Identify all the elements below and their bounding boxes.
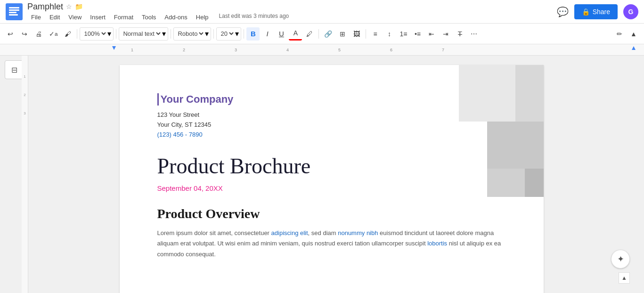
style-chevron: ▾: [162, 29, 166, 38]
more-button[interactable]: ⋯: [467, 27, 481, 41]
highlight-3: lobortis: [427, 240, 447, 247]
shape-2: [515, 65, 544, 122]
underline-button[interactable]: U: [275, 27, 288, 41]
highlight-button[interactable]: 🖊: [303, 27, 316, 41]
divider-5: [244, 29, 244, 39]
highlight-2: nonummy nibh: [338, 229, 378, 236]
svg-rect-4: [9, 14, 18, 16]
left-sidebar: ⊟ 1 2 3: [0, 56, 28, 293]
text-color-button[interactable]: A: [289, 27, 302, 41]
body-text[interactable]: Lorem ipsum dolor sit amet, consectetuer…: [157, 228, 506, 259]
scroll-top-button[interactable]: ▲: [619, 272, 630, 284]
shape-1: [459, 65, 515, 122]
app-icon: [6, 3, 23, 20]
divider-7: [366, 29, 366, 39]
menu-tools[interactable]: Tools: [138, 13, 160, 22]
share-label: Share: [593, 8, 610, 16]
svg-rect-3: [9, 12, 16, 13]
align-button[interactable]: ≡: [368, 27, 382, 41]
size-selector[interactable]: 20 ▾: [216, 27, 241, 41]
menu-format[interactable]: Format: [110, 13, 137, 22]
chat-icon[interactable]: 💬: [557, 6, 569, 17]
ruler: 1 2 3 4 5 6 7: [0, 44, 644, 56]
bullet-list-button[interactable]: •≡: [411, 27, 424, 41]
share-button[interactable]: 🔒 Share: [574, 4, 618, 19]
size-select[interactable]: 20: [219, 30, 235, 38]
doc-title-area: Pamphlet ☆ 📁 File Edit View Insert Forma…: [27, 2, 557, 22]
ruler-mark-5: 5: [338, 48, 341, 52]
shape-4: [487, 169, 525, 197]
menu-edit[interactable]: Edit: [46, 13, 64, 22]
style-selector[interactable]: Normal text ▾: [119, 27, 168, 41]
divider-2: [116, 29, 116, 39]
ruler-mark-1: 1: [131, 48, 133, 52]
clear-formatting-button[interactable]: T̶: [453, 27, 466, 41]
divider-3: [171, 29, 171, 39]
paint-format-button[interactable]: 🖌: [61, 27, 74, 41]
divider-4: [213, 29, 214, 39]
style-select[interactable]: Normal text: [121, 30, 162, 38]
share-lock-icon: 🔒: [582, 8, 590, 16]
divider-6: [318, 29, 319, 39]
top-bar-right: 💬 🔒 Share G: [557, 4, 638, 19]
nav-panel-button[interactable]: ⊟: [5, 60, 24, 79]
ruler-mark-3: 3: [235, 48, 237, 52]
menu-help[interactable]: Help: [192, 13, 212, 22]
shape-3: [487, 122, 544, 169]
nav-panel-icon: ⊟: [11, 65, 17, 74]
image-button[interactable]: 🖼: [350, 27, 363, 41]
font-select[interactable]: Roboto: [176, 30, 205, 38]
ai-assist-button[interactable]: ✦: [611, 250, 630, 269]
vruler-3: 3: [24, 111, 25, 115]
redo-button[interactable]: ↪: [18, 27, 31, 41]
size-chevron: ▾: [235, 29, 239, 38]
spell-check-button[interactable]: ✓a: [46, 27, 60, 41]
zoom-selector[interactable]: 100% ▾: [80, 27, 114, 41]
divider-1: [77, 29, 77, 39]
menu-view[interactable]: View: [65, 13, 85, 22]
bottom-right-controls: ✦ ▲: [611, 250, 630, 284]
body-text-content: Lorem ipsum dolor sit amet, consectetuer: [157, 229, 271, 236]
pen-button[interactable]: ✏: [613, 27, 626, 41]
decrease-indent-button[interactable]: ⇤: [425, 27, 438, 41]
svg-rect-2: [9, 9, 19, 11]
ruler-mark-7: 7: [442, 48, 444, 52]
doc-area[interactable]: Your Company 123 Your Street Your City, …: [28, 56, 635, 293]
zoom-select[interactable]: 100%: [82, 30, 107, 38]
print-button[interactable]: 🖨: [32, 27, 45, 41]
font-chevron: ▾: [205, 29, 209, 38]
menu-bar: File Edit View Insert Format Tools Add-o…: [27, 13, 557, 22]
folder-icon[interactable]: 📁: [75, 3, 83, 10]
ruler-mark-4: 4: [286, 48, 289, 52]
vruler-2: 2: [24, 93, 25, 97]
main-area: ⊟ 1 2 3 Your Company 123 Your Street: [0, 56, 644, 293]
ruler-mark-6: 6: [390, 48, 392, 52]
decorative-shapes: [449, 65, 544, 197]
toolbar: ↩ ↪ 🖨 ✓a 🖌 100% ▾ Normal text ▾ Roboto ▾…: [0, 24, 644, 44]
undo-button[interactable]: ↩: [4, 27, 17, 41]
vertical-ruler: 1 2 3: [22, 56, 28, 293]
svg-rect-1: [9, 7, 19, 8]
increase-indent-button[interactable]: ⇥: [439, 27, 452, 41]
user-avatar[interactable]: G: [623, 4, 638, 19]
menu-addons[interactable]: Add-ons: [161, 13, 191, 22]
line-spacing-button[interactable]: ↕: [383, 27, 396, 41]
font-selector[interactable]: Roboto ▾: [173, 27, 211, 41]
menu-file[interactable]: File: [27, 13, 45, 22]
doc-title[interactable]: Pamphlet: [27, 2, 63, 12]
link-button[interactable]: 🔗: [321, 27, 335, 41]
highlight-1: adipiscing elit: [271, 229, 308, 236]
italic-button[interactable]: I: [261, 27, 274, 41]
star-icon[interactable]: ☆: [66, 3, 72, 10]
last-edit: Last edit was 3 minutes ago: [219, 13, 289, 22]
collapse-button[interactable]: ▲: [627, 27, 640, 41]
menu-insert[interactable]: Insert: [86, 13, 109, 22]
insert-image-button[interactable]: ⊞: [336, 27, 349, 41]
bold-button[interactable]: B: [246, 27, 260, 41]
body-text-2: , sed diam: [308, 229, 338, 236]
shape-5: [525, 169, 544, 197]
right-sidebar: [635, 56, 644, 293]
section-heading[interactable]: Product Overview: [157, 206, 506, 221]
ruler-mark-2: 2: [183, 48, 185, 52]
numbered-list-button[interactable]: 1≡: [397, 27, 410, 41]
